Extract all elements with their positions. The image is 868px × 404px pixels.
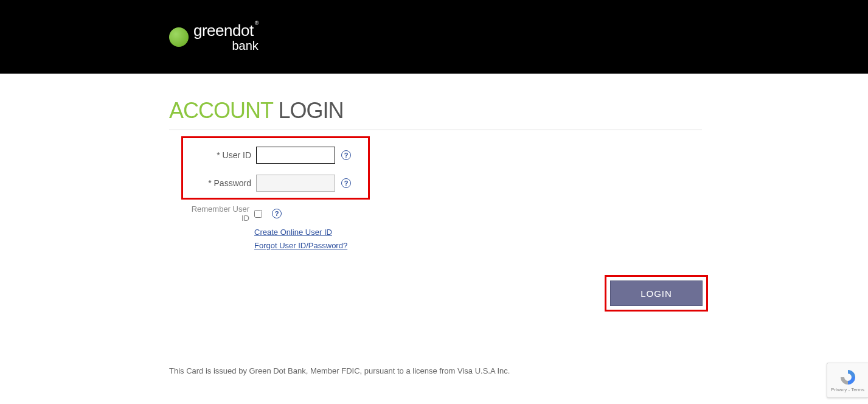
page-title: ACCOUNT LOGIN bbox=[169, 98, 702, 130]
password-input[interactable] bbox=[256, 175, 335, 192]
create-user-id-row: Create Online User ID bbox=[254, 226, 702, 237]
form-meta: Remember User ID ? Create Online User ID… bbox=[189, 204, 702, 251]
main-content: ACCOUNT LOGIN User ID ? Password ? Remem… bbox=[169, 74, 702, 375]
user-id-label: User ID bbox=[190, 150, 251, 160]
password-label: Password bbox=[190, 178, 251, 188]
recaptcha-icon bbox=[839, 369, 856, 376]
brand-logo[interactable]: greendot bank bbox=[169, 23, 259, 52]
page-title-accent: ACCOUNT bbox=[169, 98, 273, 123]
create-user-id-link[interactable]: Create Online User ID bbox=[254, 228, 332, 237]
question-icon[interactable]: ? bbox=[272, 209, 282, 218]
remember-row: Remember User ID ? bbox=[189, 204, 702, 223]
forgot-link[interactable]: Forgot User ID/Password? bbox=[254, 241, 347, 250]
login-highlight: LOGIN bbox=[605, 275, 708, 312]
green-dot-icon bbox=[169, 27, 189, 47]
remember-checkbox[interactable] bbox=[254, 210, 262, 218]
brand-name-top: greendot bbox=[193, 23, 259, 38]
login-form: User ID ? Password ? Remember User ID ? … bbox=[169, 136, 702, 312]
page-title-rest: LOGIN bbox=[278, 98, 343, 123]
question-icon[interactable]: ? bbox=[341, 150, 351, 160]
footer-disclaimer: This Card is issued by Green Dot Bank, M… bbox=[169, 366, 702, 375]
login-button[interactable]: LOGIN bbox=[610, 280, 703, 306]
password-row: Password ? bbox=[190, 175, 361, 192]
login-button-wrap: LOGIN bbox=[605, 275, 708, 312]
credentials-highlight: User ID ? Password ? bbox=[181, 136, 370, 200]
brand-text: greendot bank bbox=[193, 23, 259, 52]
question-icon[interactable]: ? bbox=[341, 178, 351, 188]
remember-label: Remember User ID bbox=[189, 204, 249, 223]
user-id-input[interactable] bbox=[256, 147, 335, 164]
user-id-row: User ID ? bbox=[190, 147, 361, 164]
header: greendot bank bbox=[0, 0, 868, 74]
recaptcha-badge[interactable]: Privacy - Terms bbox=[827, 363, 868, 375]
brand-name-bottom: bank bbox=[193, 40, 259, 52]
forgot-row: Forgot User ID/Password? bbox=[254, 240, 702, 251]
